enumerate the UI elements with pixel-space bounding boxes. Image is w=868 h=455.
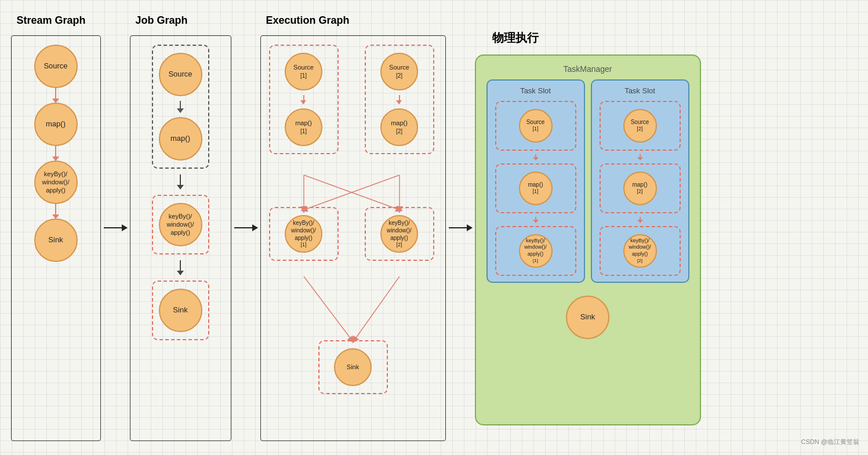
ts1-keyby-group: keyBy()/window()/apply()[1] xyxy=(495,226,576,276)
eg-col1-keyby: keyBy()/window()/apply()[1] xyxy=(285,215,322,253)
eg-col2-group-top: Source[2] map()[2] xyxy=(365,45,434,154)
ts1-map: map()[1] xyxy=(519,172,553,205)
jg-inner-arrow-1 xyxy=(180,101,181,112)
eg-sink-box: Sink xyxy=(318,340,388,394)
arrow-sg-to-jg xyxy=(101,227,130,228)
ts2-keyby: keyBy()/window()/apply()[2] xyxy=(623,234,657,268)
physical-section: 物理执行 TaskManager Task Slot Source[1] map… xyxy=(475,30,701,425)
stream-graph-title: Stream Graph xyxy=(11,14,86,27)
task-slot-2: Task Slot Source[2] map()[2] keyBy()/wi xyxy=(591,79,689,283)
eg-col2-keyby-box: keyBy()/window()/apply()[2] xyxy=(365,207,434,261)
jg-group-source-map: Source map() xyxy=(152,45,209,169)
arrow-right-icon-3 xyxy=(449,227,472,228)
ts1-map-group: map()[1] xyxy=(495,163,576,213)
jg-arrow-2 xyxy=(180,260,181,275)
sg-arrow-2 xyxy=(55,146,56,161)
task-slot-1: Task Slot Source[1] map()[1] keyBy()/wi xyxy=(486,79,585,283)
eg-col2-box: Source[2] map()[2] xyxy=(365,45,434,154)
eg-col1-map: map()[1] xyxy=(285,108,322,146)
execution-graph-title: Execution Graph xyxy=(260,14,350,27)
eg-sink-group: Sink xyxy=(318,340,388,394)
eg-col1-keyby-group: keyBy()/window()/apply()[1] xyxy=(269,207,339,261)
arrow-right-icon-1 xyxy=(104,227,127,228)
eg-sink: Sink xyxy=(334,348,372,386)
eg-col1-box: Source[1] map()[1] xyxy=(269,45,339,154)
main-container: Stream Graph Source map() keyBy()/window… xyxy=(5,8,863,448)
ts2-keyby-group: keyBy()/window()/apply()[2] xyxy=(600,226,681,276)
ts2-source-group: Source[2] xyxy=(600,101,681,151)
eg-col1-keyby-box: keyBy()/window()/apply()[1] xyxy=(269,207,339,261)
stream-graph-content: Source map() keyBy()/window()/apply() Si… xyxy=(34,45,78,262)
jg-group-keyby: keyBy()/window()/apply() xyxy=(152,195,209,254)
ts2-map: map()[2] xyxy=(623,172,657,205)
jg-arrow-1 xyxy=(180,174,181,189)
job-graph-section: Job Graph Source map() keyBy()/window()/… xyxy=(130,14,231,441)
eg-col2-source: Source[2] xyxy=(380,53,418,90)
svg-line-4 xyxy=(304,276,352,340)
svg-line-1 xyxy=(304,175,400,210)
eg-col1-source: Source[1] xyxy=(285,53,322,90)
eg-inner: Source[1] map()[1] Source[2] map xyxy=(266,45,440,427)
ts2-source: Source[2] xyxy=(623,109,657,143)
task-slot-2-label: Task Slot xyxy=(624,86,655,95)
arrow-jg-to-eg xyxy=(231,227,260,228)
ts2-map-group: map()[2] xyxy=(600,163,681,213)
sg-node-keyby: keyBy()/window()/apply() xyxy=(34,161,78,204)
sg-arrow-1 xyxy=(55,88,56,103)
jg-node-map: map() xyxy=(159,117,202,161)
ts2-arrow-1 xyxy=(640,154,641,160)
task-manager-label: TaskManager xyxy=(563,64,612,74)
job-graph-box: Source map() keyBy()/window()/apply() Si… xyxy=(130,35,231,441)
phys-sink-row: Sink xyxy=(482,289,694,339)
sg-arrow-3 xyxy=(55,204,56,219)
eg-col2-keyby: keyBy()/window()/apply()[2] xyxy=(380,215,418,253)
task-manager-box: TaskManager Task Slot Source[1] map()[1] xyxy=(475,54,701,425)
eg-col1-arrow-1 xyxy=(303,95,304,104)
jg-group-sink: Sink xyxy=(152,281,209,340)
task-slots-row: Task Slot Source[1] map()[1] keyBy()/wi xyxy=(486,79,689,283)
task-slot-1-label: Task Slot xyxy=(520,86,551,95)
ts1-source-group: Source[1] xyxy=(495,101,576,151)
execution-graph-section: Execution Graph Source[1] map()[1] xyxy=(260,14,446,441)
execution-graph-box: Source[1] map()[1] Source[2] map xyxy=(260,35,446,441)
sg-node-sink: Sink xyxy=(34,219,78,262)
eg-col2-map: map()[2] xyxy=(380,108,418,146)
arrow-eg-to-phys xyxy=(446,227,475,228)
job-graph-content: Source map() keyBy()/window()/apply() Si… xyxy=(152,45,209,340)
ts2-arrow-2 xyxy=(640,217,641,223)
watermark: CSDN @临江黄笠翁 xyxy=(801,438,859,446)
stream-graph-box: Source map() keyBy()/window()/apply() Si… xyxy=(11,35,101,441)
ts1-arrow-1 xyxy=(535,154,536,160)
jg-node-sink: Sink xyxy=(159,289,202,332)
job-graph-title: Job Graph xyxy=(130,14,188,27)
ts1-source: Source[1] xyxy=(519,109,553,143)
physical-title: 物理执行 xyxy=(475,30,539,46)
ts1-arrow-2 xyxy=(535,217,536,223)
stream-graph-section: Stream Graph Source map() keyBy()/window… xyxy=(11,14,101,441)
sg-node-map: map() xyxy=(34,103,78,146)
eg-col1-group-top: Source[1] map()[1] xyxy=(269,45,339,154)
jg-node-source: Source xyxy=(159,53,202,96)
svg-line-5 xyxy=(354,276,400,340)
eg-col2-arrow-1 xyxy=(399,95,400,104)
phys-sink: Sink xyxy=(566,296,609,339)
svg-line-2 xyxy=(304,175,400,210)
ts1-keyby: keyBy()/window()/apply()[1] xyxy=(519,234,553,268)
sg-node-source: Source xyxy=(34,45,78,88)
arrow-right-icon-2 xyxy=(234,227,257,228)
eg-col2-keyby-group: keyBy()/window()/apply()[2] xyxy=(365,207,434,261)
jg-node-keyby: keyBy()/window()/apply() xyxy=(159,203,202,246)
